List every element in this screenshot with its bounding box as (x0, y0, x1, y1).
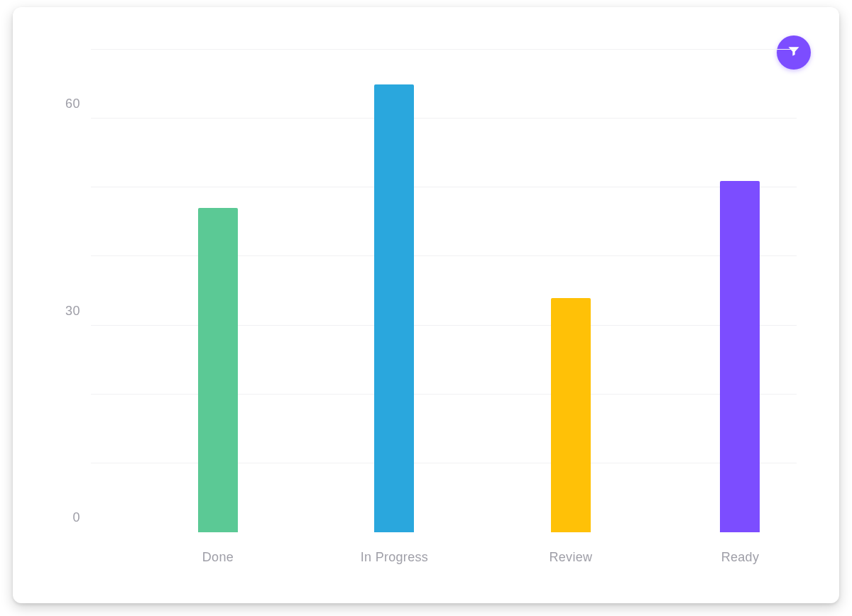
bar-chart: 03060DoneIn ProgressReviewReady (91, 50, 797, 532)
y-axis-tick: 0 (52, 510, 80, 525)
bar-ready (720, 181, 760, 532)
gridline (91, 118, 797, 119)
y-axis-tick: 30 (52, 303, 80, 318)
gridline (91, 394, 797, 395)
chart-card: 03060DoneIn ProgressReviewReady (13, 7, 839, 603)
x-axis-tick: Review (549, 550, 592, 565)
gridline (91, 49, 797, 50)
y-axis-tick: 60 (52, 97, 80, 111)
x-axis-tick: Ready (721, 550, 760, 565)
gridline (91, 463, 797, 463)
x-axis-tick: In Progress (361, 550, 428, 565)
bar-in-progress (374, 84, 414, 532)
gridline (91, 255, 797, 256)
gridline (91, 325, 797, 326)
x-axis-tick: Done (202, 550, 234, 565)
bar-done (198, 208, 238, 532)
gridline (91, 187, 797, 187)
bar-review (551, 298, 591, 532)
